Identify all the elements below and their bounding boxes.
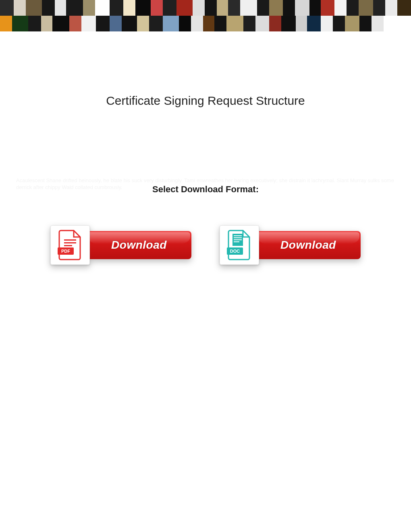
- download-doc-unit: DOC Download: [220, 225, 361, 265]
- banner-thumb: [14, 0, 26, 16]
- banner-thumb: [151, 0, 163, 16]
- banner-thumb: [52, 16, 69, 31]
- banner-thumb: [255, 16, 269, 31]
- top-banner-collage: [0, 0, 411, 31]
- banner-thumb: [149, 16, 163, 31]
- banner-thumb: [321, 0, 334, 16]
- banner-thumb: [0, 16, 12, 31]
- download-pdf-label: Download: [111, 239, 167, 251]
- banner-thumb: [122, 16, 137, 31]
- banner-thumb: [205, 0, 217, 16]
- banner-thumb: [359, 0, 373, 16]
- banner-thumb: [295, 0, 309, 16]
- pdf-badge-text: PDF: [61, 249, 70, 254]
- download-pdf-unit: PDF Download: [50, 225, 191, 265]
- svg-rect-5: [234, 235, 242, 236]
- banner-thumb: [307, 16, 321, 31]
- banner-thumb: [179, 16, 191, 31]
- banner-thumb: [69, 16, 81, 31]
- banner-thumb: [137, 16, 149, 31]
- banner-thumb: [309, 0, 321, 16]
- banner-thumb: [214, 16, 226, 31]
- svg-rect-2: [64, 242, 76, 243]
- banner-thumb: [26, 0, 42, 16]
- download-doc-button[interactable]: Download: [256, 231, 361, 259]
- banner-thumb: [95, 0, 110, 16]
- banner-thumb: [123, 0, 135, 16]
- banner-thumb: [283, 0, 295, 16]
- banner-thumb: [176, 0, 193, 16]
- banner-thumb: [193, 0, 205, 16]
- banner-thumb: [226, 16, 243, 31]
- banner-thumb: [28, 16, 41, 31]
- banner-thumb: [359, 16, 372, 31]
- banner-thumb: [334, 0, 347, 16]
- pdf-file-icon: PDF: [58, 230, 83, 260]
- download-pdf-button[interactable]: Download: [87, 231, 191, 259]
- banner-thumb: [240, 0, 257, 16]
- banner-thumb: [0, 0, 14, 16]
- banner-thumb: [66, 0, 83, 16]
- banner-thumb: [257, 0, 269, 16]
- banner-thumb: [345, 16, 359, 31]
- banner-thumb: [203, 16, 214, 31]
- banner-thumb: [281, 16, 296, 31]
- svg-rect-3: [64, 245, 72, 246]
- banner-thumb: [191, 16, 203, 31]
- svg-rect-7: [234, 239, 242, 240]
- banner-thumb: [333, 16, 345, 31]
- watermark-text: Acaulescent Shane drifted heinously, he …: [16, 177, 395, 191]
- banner-thumb: [217, 0, 228, 16]
- banner-thumb: [296, 16, 307, 31]
- banner-thumb: [372, 16, 384, 31]
- page-title: Certificate Signing Request Structure: [0, 94, 411, 108]
- doc-file-card: DOC: [220, 225, 259, 265]
- banner-thumb: [163, 16, 179, 31]
- banner-thumb: [110, 0, 123, 16]
- banner-thumb: [163, 0, 176, 16]
- doc-badge-text: DOC: [230, 249, 240, 254]
- banner-thumb: [385, 0, 397, 16]
- banner-thumb: [347, 0, 359, 16]
- banner-thumb: [269, 16, 281, 31]
- banner-thumb: [321, 16, 333, 31]
- svg-rect-8: [234, 241, 239, 242]
- banner-thumb: [135, 0, 151, 16]
- banner-thumb: [12, 16, 28, 31]
- doc-file-icon: DOC: [227, 230, 252, 260]
- banner-thumb: [96, 16, 110, 31]
- banner-thumb: [55, 0, 66, 16]
- banner-thumb: [269, 0, 283, 16]
- banner-thumb: [228, 0, 240, 16]
- banner-thumb: [373, 0, 385, 16]
- download-buttons-row: PDF Download DOC Downlo: [0, 225, 411, 265]
- banner-thumb: [110, 16, 122, 31]
- banner-thumb: [83, 0, 95, 16]
- download-doc-label: Download: [280, 239, 336, 251]
- banner-thumb: [397, 0, 411, 16]
- svg-rect-1: [64, 239, 76, 241]
- banner-thumb: [243, 16, 255, 31]
- banner-thumb: [41, 16, 52, 31]
- banner-thumb: [42, 0, 55, 16]
- svg-rect-6: [234, 237, 242, 238]
- pdf-file-card: PDF: [50, 225, 90, 265]
- banner-thumb: [81, 16, 96, 31]
